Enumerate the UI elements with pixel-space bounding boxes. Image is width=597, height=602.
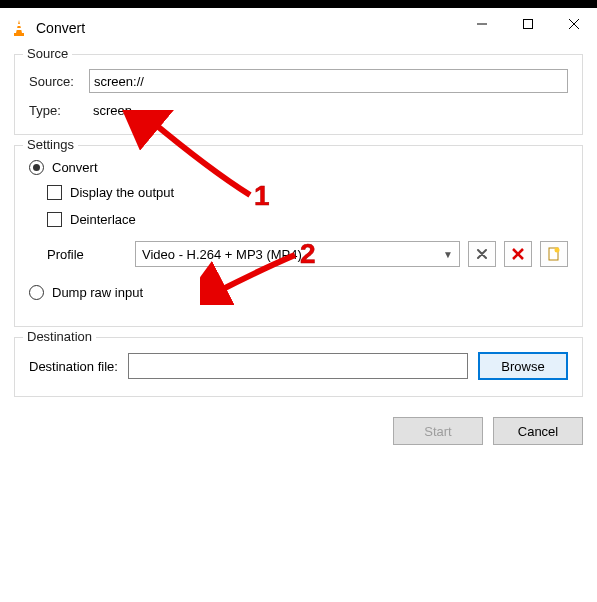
display-output-label: Display the output <box>70 185 174 200</box>
display-output-checkbox[interactable] <box>47 185 62 200</box>
browse-button[interactable]: Browse <box>478 352 568 380</box>
dump-raw-label: Dump raw input <box>52 285 143 300</box>
svg-point-8 <box>555 248 560 253</box>
start-button[interactable]: Start <box>393 417 483 445</box>
delete-icon <box>512 248 524 260</box>
new-profile-button[interactable] <box>540 241 568 267</box>
vlc-cone-icon <box>10 19 28 37</box>
close-button[interactable] <box>551 8 597 40</box>
titlebar: Convert <box>0 0 597 48</box>
convert-label: Convert <box>52 160 98 175</box>
close-icon <box>568 18 580 30</box>
deinterlace-checkbox[interactable] <box>47 212 62 227</box>
maximize-button[interactable] <box>505 8 551 40</box>
settings-group: Settings Convert Display the output Dein… <box>14 145 583 327</box>
profile-label: Profile <box>47 247 127 262</box>
display-output-row[interactable]: Display the output <box>47 185 568 200</box>
profile-select[interactable]: Video - H.264 + MP3 (MP4) ▼ <box>135 241 460 267</box>
dump-raw-radio[interactable] <box>29 285 44 300</box>
delete-profile-button[interactable] <box>504 241 532 267</box>
destination-file-label: Destination file: <box>29 359 118 374</box>
dump-raw-radio-row[interactable]: Dump raw input <box>29 285 568 300</box>
svg-rect-2 <box>524 20 533 29</box>
type-label: Type: <box>29 103 89 118</box>
edit-profile-button[interactable] <box>468 241 496 267</box>
chevron-down-icon: ▼ <box>443 249 453 260</box>
svg-rect-0 <box>14 33 24 36</box>
destination-legend: Destination <box>23 329 96 344</box>
cancel-button[interactable]: Cancel <box>493 417 583 445</box>
minimize-icon <box>476 18 488 30</box>
new-file-icon <box>547 247 561 261</box>
type-value: screen <box>89 103 132 118</box>
convert-radio[interactable] <box>29 160 44 175</box>
destination-group: Destination Destination file: Browse <box>14 337 583 397</box>
source-input[interactable] <box>89 69 568 93</box>
destination-file-input[interactable] <box>128 353 468 379</box>
source-label: Source: <box>29 74 89 89</box>
tools-icon <box>475 247 489 261</box>
deinterlace-label: Deinterlace <box>70 212 136 227</box>
window-title: Convert <box>36 20 459 36</box>
settings-legend: Settings <box>23 137 78 152</box>
source-group: Source Source: Type: screen <box>14 54 583 135</box>
minimize-button[interactable] <box>459 8 505 40</box>
maximize-icon <box>522 18 534 30</box>
deinterlace-row[interactable]: Deinterlace <box>47 212 568 227</box>
window-controls <box>459 8 597 48</box>
convert-radio-row[interactable]: Convert <box>29 160 568 175</box>
dialog-footer: Start Cancel <box>0 407 597 445</box>
source-legend: Source <box>23 46 72 61</box>
profile-value: Video - H.264 + MP3 (MP4) <box>142 247 302 262</box>
